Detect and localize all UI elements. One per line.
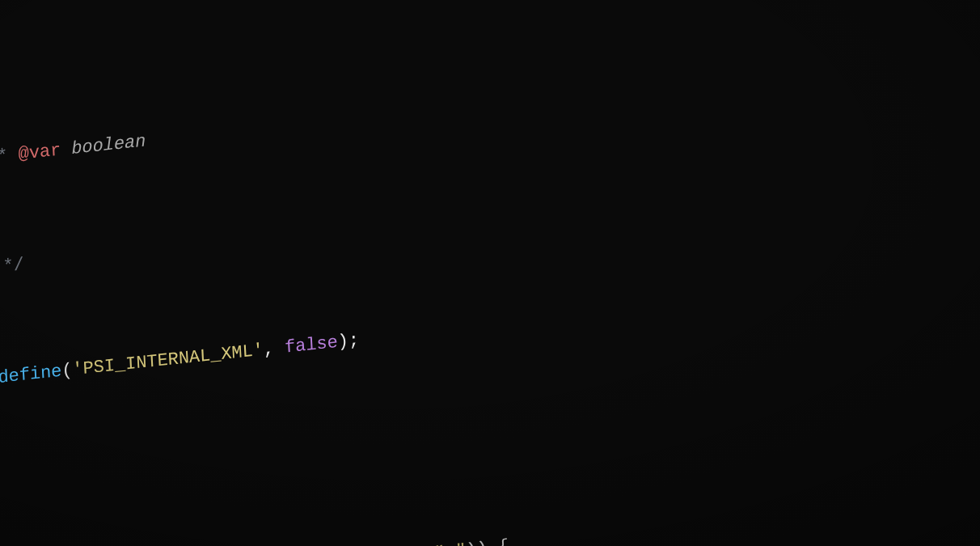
str-gt: ">" [434,541,467,546]
doc-star: * [0,34,13,57]
false-literal: false [285,332,339,358]
doc-close: */ [0,255,25,278]
doc-type: boolean [71,131,146,159]
semi: ; [348,330,359,351]
define-call: define [0,362,62,388]
code-editor: * * @var boolean */ define('PSI_INTERNAL… [0,0,980,546]
rparen: ) [476,539,488,546]
doc-annotation: @var [18,140,61,165]
comma: , [263,338,285,361]
doc-star: * [0,145,19,168]
str-psi-internal: 'PSI_INTERNAL_XML' [72,341,264,381]
rparen: ) [337,332,348,353]
lbrace: { [497,536,509,546]
